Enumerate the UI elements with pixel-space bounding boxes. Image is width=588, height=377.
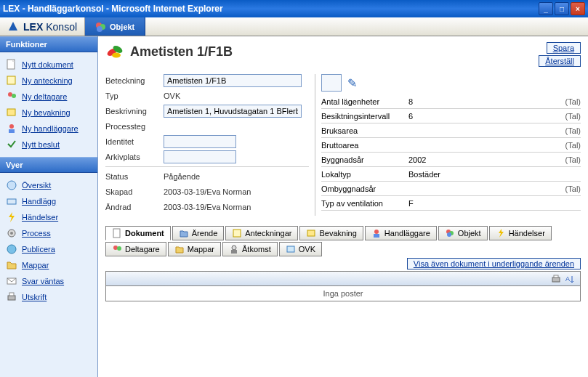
property-value: 8	[408, 97, 467, 106]
sidebar-item-label: Nytt dokument	[22, 60, 73, 69]
svg-rect-21	[113, 229, 120, 238]
sidebar-item-handlagg[interactable]: Handlägg	[3, 193, 94, 209]
save-button[interactable]: Spara	[547, 42, 581, 54]
property-row: Typ av ventilationF	[321, 196, 581, 211]
sublink-row: Visa även dokument i underliggande ärend…	[105, 259, 581, 268]
tab-dokument[interactable]: Dokument	[105, 226, 171, 240]
tab-icon	[496, 228, 506, 238]
grid-empty-message: Inga poster	[106, 286, 580, 301]
form-right-column: ✎ Antal lägenheter8(Tal)Besiktningsinter…	[315, 74, 581, 216]
sidebar-item-nytt-dokument[interactable]: Nytt dokument	[3, 57, 94, 73]
sidebar-item-ny-handlaggare[interactable]: Ny handläggare	[3, 121, 94, 137]
property-row: Byggnadsår2002(Tal)	[321, 153, 581, 167]
print-icon[interactable]	[551, 274, 561, 284]
form-left-column: Beteckning TypOVK Beskrivning Processteg…	[105, 74, 309, 216]
note-icon	[6, 75, 17, 86]
tab-label: Deltagare	[125, 245, 160, 254]
tab-deltagare[interactable]: Deltagare	[105, 242, 166, 256]
tab-anteckningar[interactable]: Anteckningar	[225, 226, 298, 240]
tab-label: OVK	[299, 245, 315, 254]
tab-icon	[179, 228, 189, 238]
tab-mappar[interactable]: Mappar	[168, 242, 221, 256]
property-label: Lokaltyp	[321, 170, 408, 179]
sidebar-item-label: Ny handläggare	[22, 124, 78, 133]
sidebar-item-label: Ny anteckning	[22, 76, 73, 85]
property-label: Bruksarea	[321, 126, 408, 135]
maximize-button[interactable]: □	[555, 2, 569, 15]
svg-point-6	[12, 94, 16, 98]
arkivplats-input[interactable]	[164, 150, 236, 163]
tab-icon	[371, 228, 382, 238]
tab-bevakning[interactable]: Bevakning	[299, 226, 363, 240]
field-label-typ: Typ	[105, 92, 164, 100]
sidebar-item-mappar[interactable]: Mappar	[3, 257, 94, 273]
property-type: (Tal)	[565, 155, 581, 164]
property-label: Besiktningsintervall	[321, 112, 408, 121]
property-value: Bostäder	[408, 170, 467, 179]
tab-objekt-top[interactable]: Objekt	[85, 17, 145, 36]
andrad-value: 2003-03-19/Eva Norman	[164, 203, 251, 211]
property-label: Bruttoarea	[321, 141, 408, 150]
sidebar-item-handelser[interactable]: Händelser	[3, 209, 94, 225]
tab-label: Bevakning	[319, 229, 356, 238]
property-row: Ombyggnadsår(Tal)	[321, 182, 581, 196]
tab-icon	[306, 228, 316, 238]
sidebar-item-svar-vantas[interactable]: Svar väntas	[3, 273, 94, 289]
tab-handläggare[interactable]: Handläggare	[365, 226, 437, 240]
reset-button[interactable]: Återställ	[539, 55, 581, 67]
svg-rect-23	[307, 230, 315, 236]
tab-icon	[445, 228, 455, 238]
identitet-input[interactable]	[164, 135, 236, 148]
sidebar-header-vyer: Vyer	[0, 157, 97, 173]
tab-åtkomst[interactable]: Åtkomst	[222, 242, 278, 256]
sidebar-item-process[interactable]: Process	[3, 225, 94, 241]
brand-suffix: Konsol	[46, 21, 77, 33]
minimize-button[interactable]: _	[539, 2, 553, 15]
tab-icon	[286, 244, 296, 254]
tab-ärende[interactable]: Ärende	[172, 226, 224, 240]
window-controls: _ □ ×	[539, 2, 585, 15]
sidebar-header-funktioner: Funktioner	[0, 36, 97, 52]
objekt-icon	[95, 22, 105, 32]
show-underlying-link[interactable]: Visa även dokument i underliggande ärend…	[407, 258, 581, 269]
pills-icon	[105, 42, 124, 61]
field-label-beskrivning: Beskrivning	[105, 107, 164, 115]
tab-label: Ärende	[192, 229, 217, 238]
svg-rect-16	[8, 296, 15, 300]
property-value: F	[408, 199, 467, 208]
sidebar-item-label: Process	[22, 229, 51, 238]
top-toolbar: LEX Konsol Objekt	[0, 17, 588, 36]
tab-objekt[interactable]: Objekt	[438, 226, 488, 240]
sidebar-item-ny-anteckning[interactable]: Ny anteckning	[3, 73, 94, 89]
sidebar-item-ny-deltagare[interactable]: Ny deltagare	[3, 89, 94, 105]
close-button[interactable]: ×	[571, 2, 585, 15]
brand-icon	[7, 20, 20, 33]
property-label: Typ av ventilation	[321, 199, 408, 208]
sidebar-item-label: Ny deltagare	[22, 92, 67, 101]
tab-icon	[112, 228, 122, 238]
sidebar-item-oversikt[interactable]: Översikt	[3, 177, 94, 193]
edit-icon[interactable]: ✎	[347, 76, 357, 90]
sidebar-item-ny-bevakning[interactable]: Ny bevakning	[3, 105, 94, 121]
object-header: Ametisten 1/F1B	[105, 42, 233, 61]
svg-point-20	[112, 53, 121, 58]
property-type: (Tal)	[565, 97, 581, 106]
tab-händelser[interactable]: Händelser	[489, 226, 552, 240]
status-value: Pågående	[164, 172, 200, 181]
sidebar-item-nytt-beslut[interactable]: Nytt beslut	[3, 137, 94, 153]
typ-value: OVK	[164, 92, 180, 100]
svg-point-28	[447, 232, 451, 237]
beskrivning-input[interactable]	[164, 105, 302, 118]
field-label-identitet: Identitet	[105, 137, 164, 146]
sidebar-item-label: Handlägg	[22, 197, 56, 206]
beteckning-input[interactable]	[164, 74, 302, 87]
sidebar-item-label: Översikt	[22, 181, 51, 190]
field-label-beteckning: Beteckning	[105, 76, 164, 85]
sort-icon[interactable]: A	[565, 274, 576, 284]
tab-ovk[interactable]: OVK	[279, 242, 322, 256]
header-actions: Spara Återställ	[539, 42, 581, 68]
svg-text:A: A	[565, 275, 570, 283]
sidebar-item-publicera[interactable]: Publicera	[3, 241, 94, 257]
svg-rect-17	[9, 293, 14, 296]
sidebar-item-utskrift[interactable]: Utskrift	[3, 289, 94, 305]
